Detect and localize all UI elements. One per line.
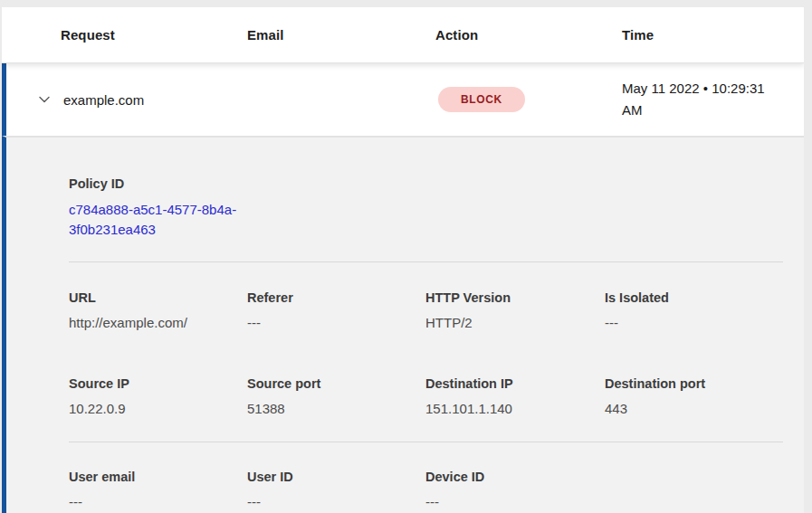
- detail-field-label: HTTP Version: [425, 289, 605, 307]
- policy-id-block: Policy ID c784a888-a5c1-4577-8b4a-3f0b23…: [6, 175, 804, 239]
- section-divider: [69, 261, 783, 262]
- detail-field-value: ---: [247, 315, 425, 331]
- detail-field-label: Destination port: [605, 375, 804, 393]
- detail-field-value: ---: [425, 494, 605, 510]
- detail-field-value: ---: [69, 494, 247, 510]
- detail-field-value: 151.101.1.140: [425, 401, 605, 417]
- detail-field-label: Source port: [247, 375, 425, 393]
- detail-field-label: URL: [69, 289, 247, 307]
- detail-field: Referer ---: [247, 289, 425, 331]
- table-header: Request Email Action Time: [2, 7, 804, 63]
- column-header: Email: [247, 27, 435, 43]
- detail-field-value: ---: [605, 315, 804, 331]
- detail-field-value: 51388: [247, 401, 425, 417]
- log-row-example-com[interactable]: example.com BLOCK May 11 2022 • 10:29:31…: [2, 63, 804, 136]
- chevron-down-icon: [37, 92, 52, 107]
- detail-field-value: HTTP/2: [425, 315, 605, 331]
- detail-field-value: http://example.com/: [69, 315, 247, 331]
- user-fields-grid: User email --- User ID --- Device ID ---: [6, 468, 804, 510]
- detail-field: Destination port 443: [605, 375, 804, 417]
- detail-field: User email ---: [69, 468, 247, 510]
- detail-field-label: Referer: [247, 289, 425, 307]
- policy-id-link[interactable]: c784a888-a5c1-4577-8b4a-3f0b231ea463: [69, 200, 250, 239]
- gateway-log-table: Request Email Action Time example.com BL…: [2, 7, 804, 513]
- section-divider: [69, 442, 783, 442]
- column-header: Time: [622, 27, 804, 43]
- detail-field-value: ---: [247, 494, 425, 510]
- column-header: Action: [435, 27, 622, 43]
- detail-field: Device ID ---: [425, 468, 605, 510]
- detail-field-label: Device ID: [425, 468, 605, 486]
- action-badge-block: BLOCK: [438, 87, 525, 112]
- detail-field-label: User ID: [247, 468, 425, 486]
- row-time-value: May 11 2022 • 10:29:31 AM: [622, 78, 780, 121]
- detail-field: Source port 51388: [247, 375, 425, 417]
- connection-fields-grid: URL http://example.com/ Referer --- HTTP…: [6, 289, 804, 417]
- row-request-value: example.com: [63, 92, 438, 108]
- detail-field-label: Destination IP: [425, 375, 605, 393]
- detail-field: User ID ---: [247, 468, 425, 510]
- column-header: Request: [61, 27, 247, 43]
- detail-field-value: 443: [605, 401, 804, 417]
- detail-field: HTTP Version HTTP/2: [425, 289, 605, 331]
- row-action-cell: BLOCK: [438, 87, 622, 112]
- row-detail-panel: Policy ID c784a888-a5c1-4577-8b4a-3f0b23…: [2, 136, 804, 513]
- detail-field: URL http://example.com/: [69, 289, 247, 331]
- detail-field: Destination IP 151.101.1.140: [425, 375, 605, 417]
- detail-field-label: User email: [69, 468, 247, 486]
- policy-id-label: Policy ID: [69, 175, 804, 193]
- detail-field: Is Isolated ---: [605, 289, 804, 331]
- detail-field: Source IP 10.22.0.9: [69, 375, 247, 417]
- row-expand-toggle[interactable]: [36, 91, 53, 108]
- detail-field-label: Is Isolated: [605, 289, 804, 307]
- detail-field-label: Source IP: [69, 375, 247, 393]
- detail-field-value: 10.22.0.9: [69, 401, 247, 417]
